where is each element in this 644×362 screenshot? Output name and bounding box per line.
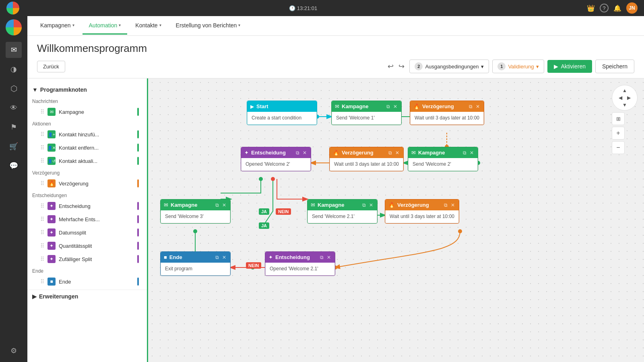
wf-node-start[interactable]: ▶ Start Create a start condition bbox=[247, 101, 317, 125]
sidebar-icon-eye[interactable]: 👁 bbox=[6, 100, 22, 116]
speichern-button[interactable]: Speichern bbox=[595, 60, 634, 73]
validierung-button[interactable]: 1 Validierung ▾ bbox=[492, 60, 544, 73]
end-icon: ■ bbox=[164, 254, 167, 260]
wf-node-entscheidung2[interactable]: ✦ Entscheidung ⧉ ✕ Opened 'Welcome 2.1' bbox=[265, 251, 335, 276]
node-body-entscheidung2: Opened 'Welcome 2.1' bbox=[265, 263, 335, 276]
nav-right-button[interactable]: ▶ bbox=[626, 94, 632, 101]
crown-icon[interactable]: 👑 bbox=[587, 4, 595, 12]
close-button[interactable]: ✕ bbox=[394, 150, 400, 156]
list-item[interactable]: ⠿ ✦ Quantitätssplit bbox=[31, 239, 144, 252]
copy-button[interactable]: ⧉ bbox=[443, 202, 448, 208]
nav-item-kontakte[interactable]: Kontakte ▾ bbox=[129, 17, 167, 35]
workflow-canvas[interactable]: ▶ Start Create a start condition ✉ Kampa… bbox=[148, 78, 644, 362]
chevron-down-icon: ▾ bbox=[536, 64, 539, 70]
drag-handle-icon: ⠿ bbox=[40, 278, 44, 285]
close-button[interactable]: ✕ bbox=[450, 202, 456, 208]
fit-screen-button[interactable]: ⊞ bbox=[612, 112, 625, 125]
ausgangsbedingungen-button[interactable]: 2 Ausgangsbedingungen ▾ bbox=[409, 60, 489, 73]
copy-button[interactable]: ⧉ bbox=[295, 150, 300, 156]
nav-circle: ▲ ◀ ▶ ▼ bbox=[612, 85, 638, 111]
copy-button[interactable]: ⧉ bbox=[386, 104, 391, 109]
list-item[interactable]: ⠿ 👤✕ Kontakt entfern... bbox=[31, 141, 144, 154]
app-logo[interactable] bbox=[6, 2, 19, 14]
back-button[interactable]: Zurück bbox=[37, 61, 65, 72]
copy-button[interactable]: ⧉ bbox=[215, 202, 220, 208]
node-body-entscheidung1: Opened 'Welcome 2' bbox=[241, 158, 311, 171]
wf-node-entscheidung1[interactable]: ✦ Entscheidung ⧉ ✕ Opened 'Welcome 2' bbox=[241, 147, 311, 171]
svg-point-13 bbox=[271, 177, 275, 181]
wf-node-ende[interactable]: ■ Ende ⧉ ✕ Exit program bbox=[160, 251, 231, 276]
bell-icon[interactable]: 🔔 bbox=[613, 4, 621, 12]
wf-node-verzoegerung2[interactable]: 🔥 Verzögerung ⧉ ✕ Wait until 3 days late… bbox=[329, 147, 404, 171]
sidebar-icon-email[interactable]: ✉ bbox=[6, 42, 22, 58]
node-actions: ⧉ ✕ bbox=[215, 255, 227, 260]
sidebar-icon-chat[interactable]: 💬 bbox=[6, 158, 22, 174]
list-item[interactable]: ⠿ 👤+ Kontakt hinzufü... bbox=[31, 128, 144, 141]
nav-left-button[interactable]: ◀ bbox=[618, 94, 623, 101]
category-entscheidungen: Entscheidungen bbox=[27, 190, 147, 199]
content-area: Kampagnen ▾ Automation ▾ Kontakte ▾ Erst… bbox=[27, 16, 644, 362]
node-body-kampagne1: Send 'Welcome 1' bbox=[332, 112, 401, 125]
icon-sidebar: ✉ ◑ ⬡ 👁 ⚑ 🛒 💬 ⚙ bbox=[0, 16, 27, 362]
close-button[interactable]: ✕ bbox=[221, 255, 227, 260]
aktivieren-button[interactable]: ▶ Aktivieren bbox=[547, 60, 592, 73]
node-bar bbox=[137, 242, 139, 250]
decision-icon: ✦ bbox=[47, 202, 56, 210]
close-button[interactable]: ✕ bbox=[326, 255, 332, 260]
copy-button[interactable]: ⧉ bbox=[361, 202, 367, 208]
nav-down-button[interactable]: ▼ bbox=[621, 101, 628, 109]
sidebar-icon-chart[interactable]: ◑ bbox=[6, 61, 22, 77]
copy-button[interactable]: ⧉ bbox=[215, 255, 220, 260]
extensions-header[interactable]: ▶ Erweiterungen bbox=[27, 290, 147, 303]
date-split-icon: ✦ bbox=[47, 228, 56, 237]
copy-button[interactable]: ⧉ bbox=[462, 150, 467, 156]
sidebar-icon-settings[interactable]: ⚙ bbox=[6, 343, 22, 359]
redo-button[interactable]: ↪ bbox=[397, 60, 406, 72]
node-body-verzoegerung1: Wait until 3 days later at 10:00 bbox=[410, 112, 484, 125]
node-header-entscheidung2: ✦ Entscheidung ⧉ ✕ bbox=[265, 252, 335, 263]
list-item[interactable]: ⠿ ✦ Mehrfache Ents... bbox=[31, 213, 144, 226]
node-body-kampagne3: Send 'Welcome 3' bbox=[161, 210, 230, 223]
list-item[interactable]: ⠿ ✉ Kampagne bbox=[31, 105, 144, 118]
sidebar-icon-filter[interactable]: ⬡ bbox=[6, 80, 22, 97]
user-avatar[interactable]: JN bbox=[626, 2, 638, 14]
nav-item-automation[interactable]: Automation ▾ bbox=[83, 17, 128, 35]
list-item[interactable]: ⠿ 🔥 Verzögerung bbox=[31, 177, 144, 190]
close-button[interactable]: ✕ bbox=[475, 104, 481, 109]
nav-item-berichte[interactable]: Erstellung von Berichten ▾ bbox=[169, 17, 247, 35]
decision-icon: ✦ bbox=[268, 254, 273, 260]
wf-node-kampagne3[interactable]: ✉ Kampagne ⧉ ✕ Send 'Welcome 3' bbox=[160, 199, 231, 224]
help-icon[interactable]: ? bbox=[600, 4, 609, 12]
copy-button[interactable]: ⧉ bbox=[319, 255, 324, 260]
wf-node-verzoegerung3[interactable]: 🔥 Verzögerung ⧉ ✕ Wait until 3 days late… bbox=[385, 199, 459, 224]
sidebar-icon-cart[interactable]: 🛒 bbox=[6, 138, 22, 154]
wf-node-kampagne1[interactable]: ✉ Kampagne ⧉ ✕ Send 'Welcome 1' bbox=[331, 101, 402, 125]
node-body-verzoegerung2: Wait until 3 days later at 10:00 bbox=[330, 158, 403, 171]
list-item[interactable]: ⠿ ✦ Zufälliger Split bbox=[31, 253, 144, 265]
close-button[interactable]: ✕ bbox=[368, 202, 374, 208]
nodes-panel: ▼ Programmknoten Nachrichten ⠿ ✉ Kampagn… bbox=[27, 78, 148, 362]
close-button[interactable]: ✕ bbox=[302, 150, 308, 156]
zoom-out-button[interactable]: − bbox=[612, 141, 625, 154]
sidebar-icon-flag[interactable]: ⚑ bbox=[6, 119, 22, 135]
zoom-in-button[interactable]: + bbox=[612, 127, 625, 140]
email-icon: ✉ bbox=[164, 202, 168, 208]
wf-node-verzoegerung1[interactable]: 🔥 Verzögerung ⧉ ✕ Wait until 3 days late… bbox=[410, 101, 484, 125]
close-button[interactable]: ✕ bbox=[469, 150, 475, 156]
nav-item-kampagnen[interactable]: Kampagnen ▾ bbox=[34, 17, 81, 35]
copy-button[interactable]: ⧉ bbox=[468, 104, 473, 109]
close-button[interactable]: ✕ bbox=[392, 104, 398, 109]
nav-up-button[interactable]: ▲ bbox=[621, 87, 628, 94]
badge-ja-1: JA bbox=[259, 208, 269, 215]
list-item[interactable]: ⠿ ✦ Datumssplit bbox=[31, 226, 144, 239]
list-item[interactable]: ⠿ ✦ Entscheidung bbox=[31, 200, 144, 212]
wf-node-kampagne4[interactable]: ✉ Kampagne ⧉ ✕ Send 'Welcome 2.1' bbox=[307, 199, 378, 224]
copy-button[interactable]: ⧉ bbox=[388, 150, 393, 156]
close-button[interactable]: ✕ bbox=[221, 202, 227, 208]
list-item[interactable]: ⠿ 👤↺ Kontakt aktuali... bbox=[31, 154, 144, 167]
undo-button[interactable]: ↩ bbox=[386, 60, 395, 72]
wf-node-kampagne2[interactable]: ✉ Kampagne ⧉ ✕ Send 'Welcome 2' bbox=[408, 147, 478, 171]
list-item[interactable]: ⠿ ■ Ende bbox=[31, 275, 144, 288]
panel-section-header[interactable]: ▼ Programmknoten bbox=[27, 83, 147, 96]
email-node-icon: ✉ bbox=[47, 108, 56, 116]
